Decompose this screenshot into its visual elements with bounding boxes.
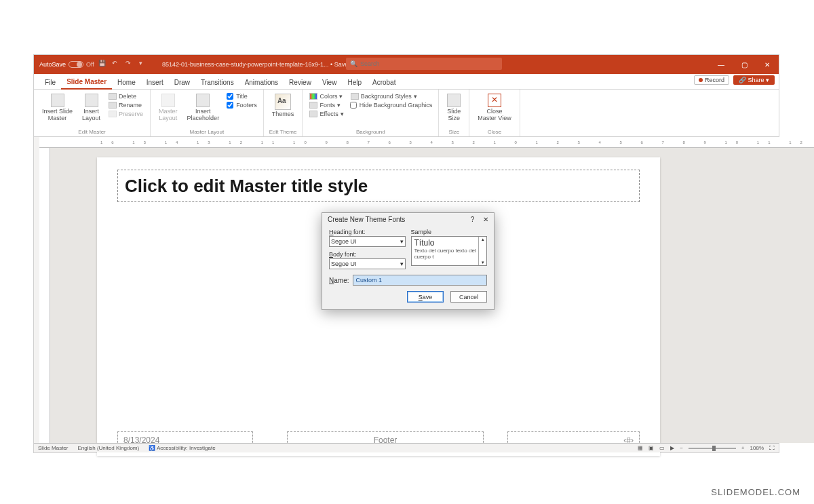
insert-slide-master-button[interactable]: Insert Slide Master	[39, 92, 75, 123]
fonts-icon	[309, 102, 317, 109]
title-bar: AutoSave Off 💾 ↶ ↷ ▾ 85142-01-business-c…	[34, 55, 779, 74]
layout-icon	[85, 94, 98, 107]
insert-layout-button[interactable]: Insert Layout	[79, 92, 103, 123]
tab-file[interactable]: File	[39, 76, 61, 89]
name-input[interactable]	[353, 275, 487, 286]
themes-button[interactable]: Themes	[269, 92, 297, 119]
view-normal-icon[interactable]: ▦	[638, 445, 643, 451]
share-button[interactable]: 🔗 Share ▾	[733, 75, 775, 85]
bg-styles-button[interactable]: Background Styles ▾	[349, 92, 433, 100]
zoom-level[interactable]: 108%	[750, 445, 764, 451]
footers-checkbox[interactable]: Footers	[226, 101, 258, 109]
cancel-button[interactable]: Cancel	[450, 291, 487, 303]
group-edit-theme: Edit Theme	[269, 128, 297, 135]
record-button[interactable]: Record	[694, 75, 729, 85]
view-sorter-icon[interactable]: ▣	[648, 445, 654, 451]
dialog-title: Create New Theme Fonts	[328, 216, 405, 223]
heading-font-select[interactable]: Segoe UI▾	[329, 236, 406, 247]
sample-label: Sample	[411, 229, 488, 235]
close-icon: ✕	[488, 94, 501, 107]
view-reading-icon[interactable]: ▭	[659, 445, 665, 451]
master-layout-button[interactable]: Master Layout	[156, 92, 180, 123]
tab-home[interactable]: Home	[112, 76, 141, 89]
title-placeholder[interactable]: Click to edit Master title style	[117, 170, 640, 202]
search-box[interactable]: 🔍	[346, 58, 502, 70]
watermark: SLIDEMODEL.COM	[711, 487, 800, 497]
redo-icon[interactable]: ↷	[125, 60, 135, 69]
sample-scrollbar[interactable]: ▴▾	[478, 237, 486, 265]
slide-size-button[interactable]: Slide Size	[444, 92, 463, 123]
themes-icon	[275, 94, 291, 110]
group-close: Close	[475, 128, 513, 135]
fonts-button[interactable]: Fonts ▾	[308, 101, 345, 109]
group-background: Background	[308, 128, 433, 135]
rename-icon	[109, 102, 117, 109]
close-window-button[interactable]: ✕	[756, 55, 779, 74]
record-dot-icon	[699, 78, 703, 82]
view-slideshow-icon[interactable]: ▶	[670, 445, 674, 451]
rename-button[interactable]: Rename	[107, 101, 144, 109]
delete-button[interactable]: Delete	[107, 92, 144, 100]
insert-placeholder-button[interactable]: Insert Placeholder	[185, 92, 222, 123]
group-size: Size	[444, 128, 463, 135]
preserve-button[interactable]: Preserve	[107, 110, 144, 118]
horizontal-ruler[interactable]: 16 15 14 13 12 11 10 9 8 7 6 5 4 3 2 1 0…	[39, 137, 814, 148]
search-icon: 🔍	[350, 60, 357, 67]
autosave-toggle[interactable]	[69, 61, 83, 68]
tab-review[interactable]: Review	[284, 76, 317, 89]
tab-slide-master[interactable]: Slide Master	[61, 75, 112, 90]
zoom-slider[interactable]	[689, 448, 736, 449]
bg-styles-icon	[351, 93, 359, 100]
sample-preview: Título Texto del cuerpo texto del cuerpo…	[411, 236, 488, 266]
status-view[interactable]: Slide Master	[38, 445, 68, 451]
vertical-ruler[interactable]	[39, 148, 50, 443]
sample-body: Texto del cuerpo texto del cuerpo t	[414, 248, 478, 260]
group-edit-master: Edit Master	[39, 128, 144, 135]
colors-button[interactable]: Colors ▾	[308, 92, 345, 100]
colors-icon	[309, 93, 317, 100]
undo-icon[interactable]: ↶	[112, 60, 121, 69]
tab-transitions[interactable]: Transitions	[195, 76, 239, 89]
effects-icon	[309, 111, 317, 117]
ribbon-tabs: File Slide Master Home Insert Draw Trans…	[34, 74, 779, 90]
dialog-close-button[interactable]: ✕	[483, 216, 488, 223]
maximize-button[interactable]: ▢	[733, 55, 756, 74]
effects-button[interactable]: Effects ▾	[308, 110, 345, 118]
zoom-in-button[interactable]: +	[741, 445, 745, 451]
fit-window-button[interactable]: ⛶	[769, 445, 775, 451]
tab-help[interactable]: Help	[342, 76, 367, 89]
body-font-select[interactable]: Segoe UI▾	[329, 258, 406, 269]
body-font-label: Body font:	[329, 251, 406, 258]
ribbon: Insert Slide Master Insert Layout Delete…	[34, 90, 779, 137]
chevron-down-icon: ▾	[400, 238, 404, 245]
save-button[interactable]: Save	[407, 291, 444, 303]
sample-title: Título	[414, 238, 478, 248]
close-master-button[interactable]: ✕Close Master View	[475, 92, 513, 123]
tab-view[interactable]: View	[317, 76, 343, 89]
search-input[interactable]	[360, 60, 498, 67]
qat-more-icon[interactable]: ▾	[139, 60, 149, 69]
title-checkbox[interactable]: Title	[226, 92, 258, 100]
save-icon[interactable]: 💾	[98, 60, 108, 69]
group-master-layout: Master Layout	[156, 128, 258, 135]
name-label: Name:	[329, 277, 349, 284]
master-layout-icon	[161, 94, 175, 107]
hide-bg-checkbox[interactable]: Hide Background Graphics	[349, 101, 433, 109]
tab-animations[interactable]: Animations	[239, 76, 284, 89]
zoom-out-button[interactable]: −	[680, 445, 683, 451]
preserve-icon	[109, 111, 117, 117]
tab-acrobat[interactable]: Acrobat	[367, 76, 401, 89]
create-theme-fonts-dialog: Create New Theme Fonts ? ✕ Heading font:…	[322, 212, 495, 310]
autosave-label: AutoSave	[39, 61, 66, 68]
thumbnail-panel[interactable]: Click to edit Master title style ◆ Slide…	[34, 137, 39, 443]
tab-insert[interactable]: Insert	[141, 76, 169, 89]
slide-master-icon	[51, 94, 64, 107]
dialog-help-button[interactable]: ?	[471, 216, 475, 223]
status-accessibility[interactable]: ♿ Accessibility: Investigate	[149, 445, 215, 451]
status-language[interactable]: English (United Kingdom)	[77, 445, 139, 451]
minimize-button[interactable]: —	[710, 55, 733, 74]
heading-font-label: Heading font:	[329, 229, 406, 235]
tab-draw[interactable]: Draw	[169, 76, 195, 89]
autosave-state: Off	[86, 61, 94, 68]
delete-icon	[109, 93, 117, 100]
